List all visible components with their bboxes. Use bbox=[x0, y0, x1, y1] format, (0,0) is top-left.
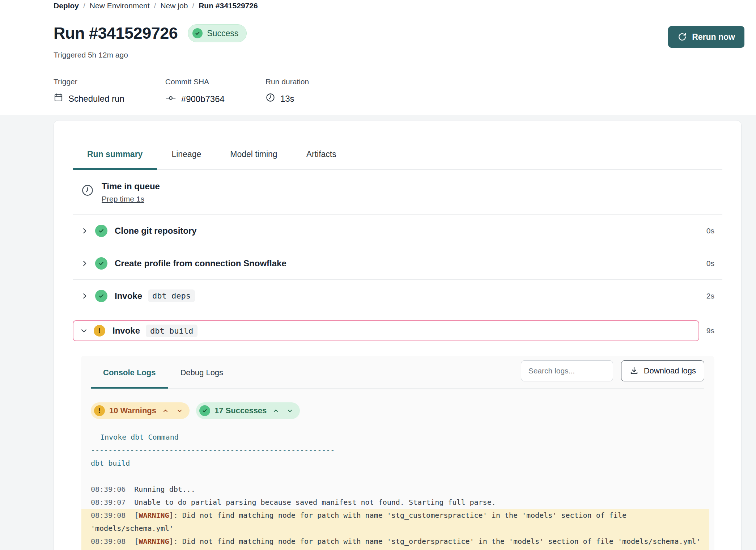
log-tabs-row: Console Logs Debug Logs Download logs bbox=[91, 356, 704, 389]
refresh-icon bbox=[678, 32, 687, 42]
meta-commit: Commit SHA #900b7364 bbox=[145, 77, 245, 106]
commit-sha-value: #900b7364 bbox=[181, 94, 225, 104]
breadcrumb-separator: / bbox=[83, 1, 85, 10]
warnings-prev-button[interactable] bbox=[161, 406, 170, 415]
step-duration: 0s bbox=[706, 227, 714, 235]
meta-duration: Run duration 13s bbox=[245, 77, 329, 106]
log-blank-line bbox=[91, 470, 704, 483]
queue-clock-icon bbox=[81, 183, 94, 203]
log-panel: Console Logs Debug Logs Download logs ! … bbox=[81, 356, 714, 550]
log-warning-line: 08:39:08[WARNING]: Did not find matching… bbox=[81, 509, 709, 535]
page-header: Deploy / New Environment / New job / Run… bbox=[0, 0, 756, 115]
clock-icon bbox=[266, 93, 275, 105]
successes-count: 17 Successes bbox=[215, 406, 267, 415]
page-body: Run summary Lineage Model timing Artifac… bbox=[0, 115, 756, 550]
time-in-queue-title: Time in queue bbox=[102, 181, 160, 191]
page-title: Run #341529726 bbox=[54, 24, 178, 43]
successes-badge: 17 Successes bbox=[196, 402, 300, 419]
step-command-chip: dbt deps bbox=[148, 289, 195, 302]
trigger-label: Trigger bbox=[54, 77, 124, 86]
log-warning-line: 08:39:08[WARNING]: Test 'test.admin_matu… bbox=[81, 548, 709, 550]
step-command-chip: dbt build bbox=[146, 325, 198, 337]
run-duration-label: Run duration bbox=[266, 77, 309, 86]
tab-model-timing[interactable]: Model timing bbox=[216, 149, 292, 170]
step-name: Create profile from connection Snowflake bbox=[115, 258, 286, 268]
breadcrumb-environment[interactable]: New Environment bbox=[90, 1, 150, 10]
run-tabs: Run summary Lineage Model timing Artifac… bbox=[73, 120, 722, 170]
log-warning-line: 08:39:08[WARNING]: Did not find matching… bbox=[81, 535, 709, 548]
download-logs-button[interactable]: Download logs bbox=[621, 360, 704, 381]
log-filter-badges: ! 10 Warnings 17 Successes bbox=[91, 402, 704, 419]
warnings-count: 10 Warnings bbox=[109, 406, 156, 415]
prep-time-link[interactable]: Prep time 1s bbox=[102, 195, 160, 203]
download-icon bbox=[629, 366, 639, 376]
chevron-right-icon bbox=[81, 292, 89, 300]
step-duration: 0s bbox=[706, 259, 714, 268]
successes-next-button[interactable] bbox=[285, 406, 295, 415]
success-check-icon bbox=[199, 405, 210, 416]
calendar-icon bbox=[54, 93, 63, 105]
console-log-output: Invoke dbt Command ---------------------… bbox=[91, 431, 704, 550]
log-command: dbt build bbox=[91, 457, 704, 470]
chevron-right-icon bbox=[81, 227, 89, 235]
step-invoke-dbt-deps[interactable]: Invoke dbt deps 2s bbox=[73, 280, 722, 312]
success-check-icon bbox=[192, 28, 203, 38]
run-summary-card: Run summary Lineage Model timing Artifac… bbox=[54, 120, 742, 550]
rerun-now-button[interactable]: Rerun now bbox=[668, 26, 744, 48]
step-create-profile[interactable]: Create profile from connection Snowflake… bbox=[73, 247, 722, 280]
step-name: Invoke bbox=[112, 326, 140, 336]
time-in-queue-section: Time in queue Prep time 1s bbox=[73, 170, 722, 215]
breadcrumb-separator: / bbox=[154, 1, 156, 10]
chevron-down-icon bbox=[80, 327, 88, 335]
run-meta: Trigger Scheduled run Commit SHA #900b73… bbox=[54, 77, 742, 106]
step-clone-git-repository[interactable]: Clone git repository 0s bbox=[73, 215, 722, 247]
meta-trigger: Trigger Scheduled run bbox=[54, 77, 145, 106]
trigger-value: Scheduled run bbox=[68, 94, 124, 104]
step-duration: 2s bbox=[706, 292, 714, 300]
triggered-timestamp: Triggered 5h 12m ago bbox=[54, 51, 742, 59]
commit-sha-label: Commit SHA bbox=[165, 77, 225, 86]
success-check-icon bbox=[95, 257, 107, 270]
step-invoke-dbt-build-header[interactable]: ! Invoke dbt build bbox=[73, 320, 699, 341]
commit-icon bbox=[165, 93, 176, 106]
breadcrumb-deploy[interactable]: Deploy bbox=[54, 1, 79, 10]
log-line: 08:39:07Unable to do partial parsing bec… bbox=[91, 496, 704, 509]
log-line: 08:39:06Running dbt... bbox=[91, 483, 704, 496]
status-badge: Success bbox=[188, 24, 247, 42]
tab-artifacts[interactable]: Artifacts bbox=[292, 149, 351, 170]
tab-debug-logs[interactable]: Debug Logs bbox=[168, 356, 235, 389]
run-duration-value: 13s bbox=[280, 94, 294, 104]
tab-lineage[interactable]: Lineage bbox=[157, 149, 216, 170]
breadcrumb-job[interactable]: New job bbox=[160, 1, 188, 10]
log-command-title: Invoke dbt Command bbox=[91, 431, 704, 444]
search-logs-input[interactable] bbox=[521, 360, 613, 381]
success-check-icon bbox=[95, 225, 107, 237]
warning-icon: ! bbox=[94, 405, 105, 416]
warning-icon: ! bbox=[94, 325, 105, 337]
step-duration: 9s bbox=[699, 326, 722, 335]
success-check-icon bbox=[95, 290, 107, 302]
step-name: Clone git repository bbox=[115, 226, 197, 236]
tab-run-summary[interactable]: Run summary bbox=[73, 149, 157, 170]
warnings-badge: ! 10 Warnings bbox=[91, 402, 190, 419]
step-name: Invoke bbox=[115, 291, 142, 301]
breadcrumb: Deploy / New Environment / New job / Run… bbox=[54, 1, 742, 10]
successes-prev-button[interactable] bbox=[271, 406, 281, 415]
step-invoke-dbt-build: ! Invoke dbt build 9s bbox=[73, 320, 722, 341]
breadcrumb-run: Run #341529726 bbox=[199, 1, 258, 10]
status-label: Success bbox=[207, 29, 238, 38]
tab-console-logs[interactable]: Console Logs bbox=[91, 356, 168, 389]
download-logs-label: Download logs bbox=[644, 366, 696, 376]
log-separator: ----------------------------------------… bbox=[91, 444, 704, 457]
chevron-right-icon bbox=[81, 259, 89, 267]
warnings-next-button[interactable] bbox=[175, 406, 184, 415]
rerun-now-label: Rerun now bbox=[692, 32, 735, 42]
breadcrumb-separator: / bbox=[192, 1, 194, 10]
